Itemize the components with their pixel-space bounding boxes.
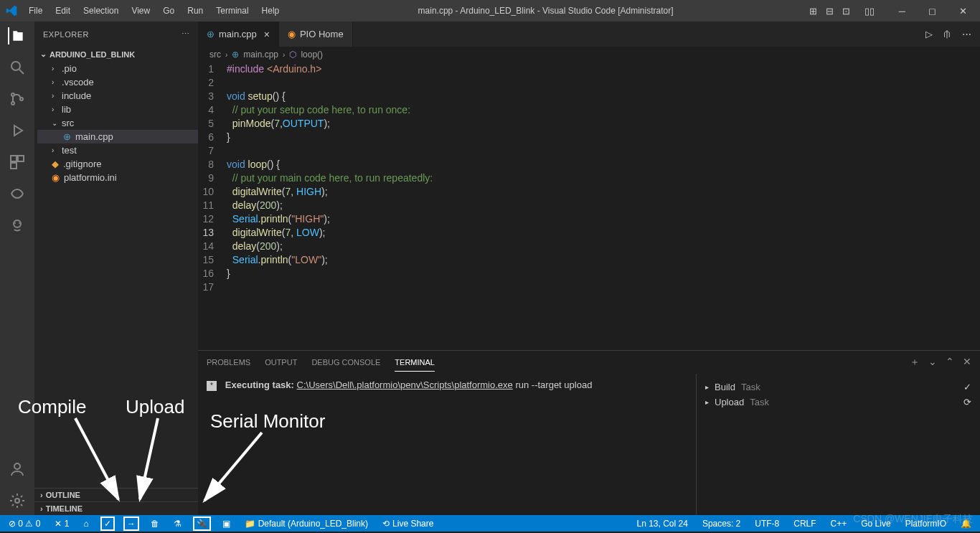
maximize-panel-icon[interactable]: ⌃ <box>946 352 954 373</box>
dropdown-icon[interactable]: ⌄ <box>928 352 937 373</box>
menu-edit[interactable]: Edit <box>50 3 76 19</box>
timeline-section[interactable]: ›TIMELINE <box>34 501 198 515</box>
menu-bar: FileEditSelectionViewGoRunTerminalHelp <box>23 3 285 19</box>
close-tab-icon[interactable]: × <box>264 29 270 40</box>
svg-point-4 <box>20 98 23 100</box>
close-button[interactable]: ✕ <box>952 3 974 19</box>
editor-actions: ▷ ⫛ ⋯ <box>925 29 980 39</box>
new-terminal-icon[interactable]: ＋ <box>910 352 920 373</box>
task-row-build[interactable]: ▸Build Task✓ <box>705 379 971 395</box>
menu-view[interactable]: View <box>126 3 156 19</box>
search-icon[interactable] <box>9 59 26 76</box>
menu-terminal[interactable]: Terminal <box>210 3 254 19</box>
panel-tabs: PROBLEMSOUTPUTDEBUG CONSOLETERMINAL ＋ ⌄ … <box>198 351 980 374</box>
menu-run[interactable]: Run <box>182 3 209 19</box>
accounts-icon[interactable] <box>9 461 26 478</box>
project-env[interactable]: 📁 Default (Arduino_LED_Blink) <box>242 519 371 529</box>
svg-rect-6 <box>18 156 24 161</box>
eol[interactable]: CRLF <box>791 519 819 529</box>
clean-icon[interactable]: 🗑 <box>148 519 162 529</box>
file-tree: ›.pio›.vscode›include›lib⌄src⊕main.cpp›t… <box>34 62 198 488</box>
method-icon: ⬡ <box>289 49 296 60</box>
upload-icon[interactable]: → <box>123 517 139 531</box>
minimize-button[interactable]: ─ <box>892 3 913 19</box>
maximize-button[interactable]: ◻ <box>921 3 943 19</box>
build-icon[interactable]: ✓ <box>100 517 115 531</box>
breadcrumb[interactable]: src › ⊕ main.cpp › ⬡ loop() <box>198 47 980 62</box>
breadcrumb-item[interactable]: src <box>209 49 221 60</box>
menu-go[interactable]: Go <box>157 3 180 19</box>
terminal-text: Executing task: <box>225 379 297 390</box>
tab-main-cpp[interactable]: ⊕main.cpp× <box>198 22 279 47</box>
svg-rect-5 <box>11 156 17 161</box>
folder-name: ARDUINO_LED_BLINK <box>50 50 135 59</box>
explorer-title: EXPLORER <box>43 30 89 39</box>
task-row-upload[interactable]: ▸Upload Task⟳ <box>705 395 971 410</box>
tree-item--gitignore[interactable]: ◆.gitignore <box>37 157 198 171</box>
cursor-position[interactable]: Ln 13, Col 24 <box>633 519 690 529</box>
layout-icon[interactable]: ⊞ <box>806 4 820 18</box>
outline-section[interactable]: ›OUTLINE <box>34 488 198 501</box>
breadcrumb-item[interactable]: loop() <box>301 49 323 60</box>
menu-selection[interactable]: Selection <box>77 3 124 19</box>
svg-point-8 <box>14 220 21 227</box>
svg-point-10 <box>19 222 20 224</box>
more-icon[interactable]: ⋯ <box>182 29 190 39</box>
explorer-icon[interactable] <box>8 27 25 44</box>
tree-item-include[interactable]: ›include <box>37 89 198 103</box>
more-icon[interactable]: ⋯ <box>962 29 971 39</box>
chevron-down-icon: ⌄ <box>40 49 47 59</box>
tabs-bar: ⊕main.cpp×◉PIO Home ▷ ⫛ ⋯ <box>198 22 980 47</box>
folder-header[interactable]: ⌄ ARDUINO_LED_BLINK <box>34 47 198 62</box>
terminal-icon[interactable]: ▣ <box>220 519 233 529</box>
panel-tab-debug-console[interactable]: DEBUG CONSOLE <box>311 354 380 371</box>
title-bar: FileEditSelectionViewGoRunTerminalHelp m… <box>0 0 980 22</box>
source-control-icon[interactable] <box>9 90 26 108</box>
run-icon[interactable]: ▷ <box>925 29 933 39</box>
home-icon[interactable]: ⌂ <box>80 519 91 529</box>
encoding[interactable]: UTF-8 <box>752 519 782 529</box>
activity-bar <box>0 22 34 515</box>
test-icon[interactable]: ⚗ <box>171 519 184 529</box>
breadcrumb-item[interactable]: main.cpp <box>243 49 278 60</box>
extensions-icon[interactable] <box>9 154 26 171</box>
indentation[interactable]: Spaces: 2 <box>699 519 743 529</box>
settings-gear-icon[interactable] <box>9 492 26 509</box>
split-editor-icon[interactable]: ⫛ <box>943 29 952 39</box>
menu-file[interactable]: File <box>23 3 48 19</box>
language-mode[interactable]: C++ <box>828 519 850 529</box>
bottom-panel: PROBLEMSOUTPUTDEBUG CONSOLETERMINAL ＋ ⌄ … <box>198 350 980 515</box>
terminal-output[interactable]: * Executing task: C:\Users\Dell\.platfor… <box>198 374 697 515</box>
status-ports[interactable]: ✕ 1 <box>52 519 72 529</box>
terminal-text: run --target upload <box>513 379 593 390</box>
window-title: main.cpp - Arduino_LED_Blink - Visual St… <box>285 6 806 16</box>
run-debug-icon[interactable] <box>9 122 26 139</box>
window-controls: ─ ◻ ✕ <box>892 3 974 19</box>
svg-point-9 <box>14 222 16 224</box>
panel-tab-output[interactable]: OUTPUT <box>265 354 297 371</box>
tree-item--pio[interactable]: ›.pio <box>37 62 198 75</box>
code-editor[interactable]: 1#include <Arduino.h>23void setup() {4 /… <box>198 62 980 350</box>
live-share[interactable]: ⟲ Live Share <box>380 519 436 529</box>
tab-pio-home[interactable]: ◉PIO Home <box>279 22 353 47</box>
panel-tab-problems[interactable]: PROBLEMS <box>207 354 250 371</box>
tree-item-lib[interactable]: ›lib <box>37 103 198 116</box>
layout-controls: ⊞ ⊟ ⊡ ▯▯ <box>806 4 877 18</box>
tree-item--vscode[interactable]: ›.vscode <box>37 75 198 89</box>
serial-monitor-icon[interactable]: 🔌 <box>193 517 211 531</box>
tree-item-src[interactable]: ⌄src <box>37 116 198 130</box>
layout-icon[interactable]: ⊟ <box>823 4 837 18</box>
platformio-icon[interactable] <box>9 217 26 234</box>
svg-rect-7 <box>11 163 17 169</box>
status-errors[interactable]: ⊘ 0 ⚠ 0 <box>6 519 43 529</box>
layout-icon[interactable]: ⊡ <box>839 4 853 18</box>
close-panel-icon[interactable]: ✕ <box>963 352 971 373</box>
tree-item-platformio-ini[interactable]: ◉platformio.ini <box>37 171 198 184</box>
panel-tab-terminal[interactable]: TERMINAL <box>395 354 435 372</box>
editor-area: ⊕main.cpp×◉PIO Home ▷ ⫛ ⋯ src › ⊕ main.c… <box>198 22 980 515</box>
tree-item-test[interactable]: ›test <box>37 143 198 157</box>
layout-customize-icon[interactable]: ▯▯ <box>862 4 877 18</box>
remote-explorer-icon[interactable] <box>9 185 26 202</box>
tree-item-main-cpp[interactable]: ⊕main.cpp <box>37 130 198 143</box>
menu-help[interactable]: Help <box>256 3 286 19</box>
